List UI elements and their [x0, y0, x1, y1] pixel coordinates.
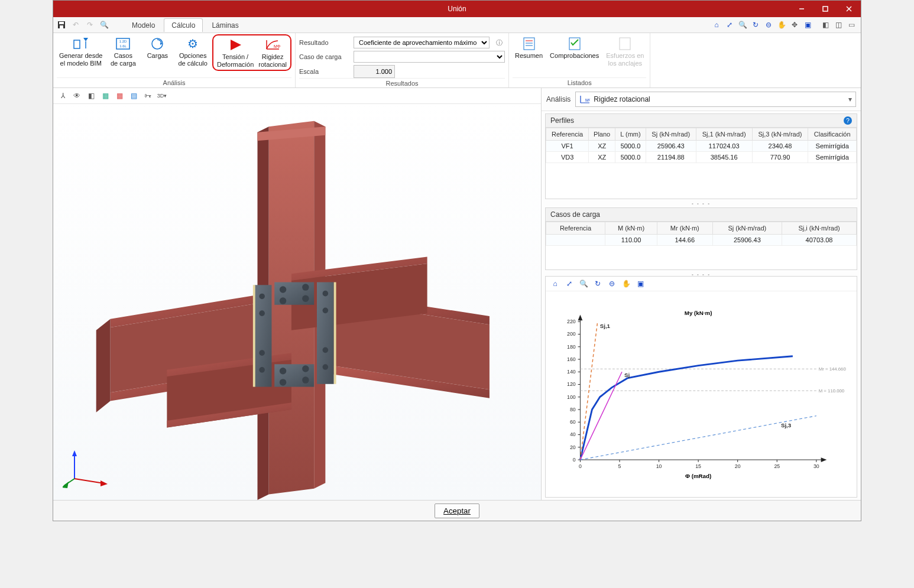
svg-line-60 [74, 479, 104, 483]
svg-text:0: 0 [579, 463, 582, 469]
svg-rect-14 [524, 38, 534, 50]
rot-stiffness-button[interactable]: MΦ Rigidezrotacional [256, 35, 289, 70]
svg-text:140: 140 [567, 369, 576, 375]
nav-home-icon[interactable]: ⌂ [711, 19, 722, 31]
loads-icon [148, 35, 166, 52]
svg-text:20: 20 [735, 463, 741, 469]
checks-button[interactable]: Comprobaciones [547, 34, 601, 61]
col-header[interactable]: M (kN·m) [605, 222, 657, 235]
tension-deform-button[interactable]: Tensión /Deformación [215, 35, 256, 70]
info-icon[interactable]: ⓘ [493, 37, 505, 48]
table-row[interactable]: VD3XZ5000.021194.8838545.16770.90Semirrí… [546, 152, 857, 163]
svg-text:Φ (mRad): Φ (mRad) [685, 473, 711, 479]
stiffness-chart[interactable]: 0510152025300204060801001201401601802002… [546, 291, 857, 497]
chart-zoomfit-icon[interactable]: ⤢ [563, 278, 575, 290]
case-select[interactable] [354, 51, 505, 63]
splitter-1[interactable]: • • • • [542, 202, 861, 205]
analysis-select[interactable]: MΦ Rigidez rotacional ▾ [575, 92, 856, 107]
col-header[interactable]: Referencia [546, 128, 589, 141]
nav-move-icon[interactable]: ✥ [789, 19, 800, 31]
col-header[interactable]: Referencia [546, 222, 605, 235]
svg-marker-66 [821, 457, 827, 462]
gear-icon: ⚙ [184, 35, 202, 52]
load-cases-button[interactable]: 1.2D1.6L Casosde carga [107, 34, 139, 69]
view-hide-icon[interactable]: 🗝 [142, 90, 154, 102]
calc-options-button[interactable]: ⚙ Opcionesde cálculo [176, 34, 210, 69]
minimize-button[interactable] [790, 1, 813, 17]
col-header[interactable]: Sj,3 (kN·m/rad) [752, 128, 808, 141]
tab-modelo[interactable]: Modelo [124, 18, 163, 32]
layout-msg-icon[interactable]: ▭ [845, 19, 857, 31]
view-3d-icon[interactable]: 3D▾ [156, 90, 168, 102]
col-header[interactable]: Sj (kN·m/rad) [646, 128, 696, 141]
col-header[interactable]: Sj,1 (kN·m/rad) [696, 128, 752, 141]
chart-zoomout-icon[interactable]: ⊖ [606, 278, 618, 290]
tab-laminas[interactable]: Láminas [204, 18, 246, 32]
svg-point-45 [302, 365, 309, 372]
ribbon: Generar desdeel modelo BIM 1.2D1.6L Caso… [53, 33, 861, 88]
layout-single-icon[interactable]: ◧ [819, 19, 831, 31]
view-grid2-icon[interactable]: ▦ [114, 90, 125, 102]
chart-home-icon[interactable]: ⌂ [549, 278, 561, 290]
chart-capture-icon[interactable]: ▣ [634, 278, 646, 290]
help-icon[interactable]: ? [844, 116, 852, 125]
profiles-panel: Perfiles ? ReferenciaPlanoL (mm)Sj (kN·m… [545, 113, 857, 199]
tab-calculo[interactable]: Cálculo [164, 18, 203, 32]
col-header[interactable]: Plano [589, 128, 615, 141]
col-header[interactable]: Sj (kN·m/rad) [712, 222, 782, 235]
loads-button[interactable]: Cargas [141, 34, 173, 61]
chart-zoom-icon[interactable]: 🔍 [578, 278, 589, 290]
chevron-down-icon: ▾ [848, 95, 852, 103]
svg-point-49 [259, 310, 265, 316]
undo-icon[interactable]: ↶ [70, 19, 82, 31]
analysis-label: Análisis [546, 95, 571, 103]
cases-table[interactable]: ReferenciaM (kN·m)Mr (kN·m)Sj (kN·m/rad)… [546, 222, 857, 246]
svg-marker-63 [63, 482, 69, 488]
view-grid1-icon[interactable]: ▦ [99, 90, 111, 102]
maximize-button[interactable] [813, 1, 837, 17]
view-solid-icon[interactable]: ▤ [128, 90, 140, 102]
result-select[interactable]: Coeficiente de aprovechamiento máximo [354, 37, 490, 48]
svg-point-41 [302, 284, 309, 290]
svg-marker-59 [72, 450, 77, 456]
view-cube-icon[interactable]: ◧ [85, 90, 97, 102]
nav-capture-icon[interactable]: ▣ [802, 19, 813, 31]
nav-zoomfit-icon[interactable]: ⤢ [724, 19, 735, 31]
chart-refresh-icon[interactable]: ↻ [592, 278, 604, 290]
table-row[interactable]: VF1XZ5000.025906.43117024.032340.48Semir… [546, 141, 857, 152]
col-header[interactable]: Sj,i (kN·m/rad) [782, 222, 857, 235]
nav-zoom-icon[interactable]: 🔍 [737, 19, 748, 31]
view-eye-icon[interactable]: 👁 [71, 90, 83, 102]
svg-rect-56 [253, 285, 255, 386]
bim-icon [72, 35, 90, 52]
profiles-header: Perfiles [550, 116, 574, 125]
save-icon[interactable] [56, 19, 67, 31]
svg-rect-1 [823, 7, 828, 11]
redo-icon[interactable]: ↷ [84, 19, 96, 31]
col-header[interactable]: Clasificación [808, 128, 857, 141]
svg-point-48 [259, 294, 265, 300]
chart-pan-icon[interactable]: ✋ [620, 278, 632, 290]
scale-input[interactable] [354, 65, 395, 78]
search-icon[interactable]: 🔍 [98, 19, 110, 31]
nav-refresh-icon[interactable]: ↻ [750, 19, 761, 31]
scale-label: Escala [299, 68, 350, 75]
axis-triad-icon [63, 449, 110, 490]
svg-text:1.6L: 1.6L [120, 44, 127, 48]
layout-split-icon[interactable]: ◫ [832, 19, 844, 31]
model-viewport[interactable] [53, 104, 541, 500]
nav-zoomout-icon[interactable]: ⊖ [763, 19, 774, 31]
table-row[interactable]: 110.00144.6625906.4340703.08 [546, 235, 857, 246]
gen-bim-button[interactable]: Generar desdeel modelo BIM [57, 34, 105, 69]
col-header[interactable]: L (mm) [615, 128, 646, 141]
summary-button[interactable]: Resumen [513, 34, 545, 61]
nav-pan-icon[interactable]: ✋ [776, 19, 787, 31]
view-axis-icon[interactable]: ⅄ [57, 90, 69, 102]
close-button[interactable] [837, 1, 861, 17]
accept-button[interactable]: Aceptar [435, 503, 479, 518]
svg-text:120: 120 [567, 381, 576, 387]
svg-text:10: 10 [656, 463, 662, 469]
svg-text:80: 80 [570, 407, 576, 412]
profiles-table[interactable]: ReferenciaPlanoL (mm)Sj (kN·m/rad)Sj,1 (… [546, 128, 857, 163]
col-header[interactable]: Mr (kN·m) [657, 222, 713, 235]
